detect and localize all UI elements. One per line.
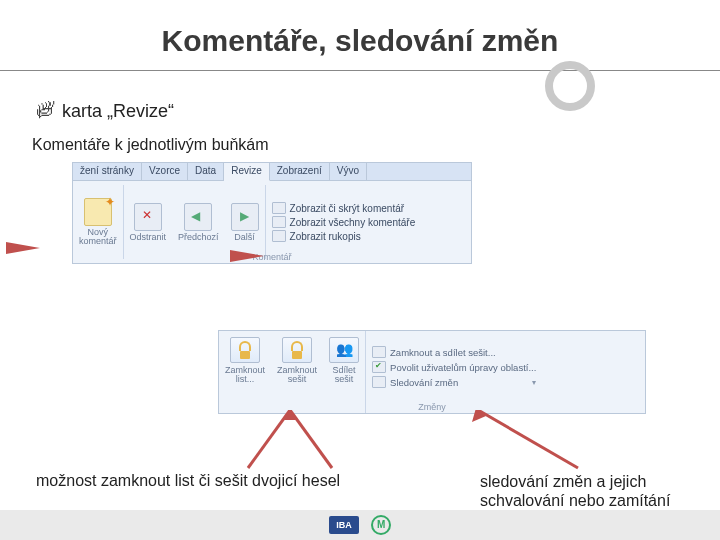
allow-users-icon (372, 361, 386, 373)
tab-page-layout[interactable]: žení stránky (73, 163, 142, 180)
show-hide-comment-button[interactable]: Zobrazit či skrýt komentář (272, 202, 416, 214)
footer: IBA (0, 510, 720, 540)
chevron-down-icon: ▾ (532, 378, 536, 387)
footer-logo-iba: IBA (329, 516, 359, 534)
svg-line-0 (248, 410, 290, 468)
ribbon-comments: žení stránky Vzorce Data Revize Zobrazen… (72, 162, 472, 264)
tab-view[interactable]: Zobrazení (270, 163, 330, 180)
show-all-comments-button[interactable]: Zobrazit všechny komentáře (272, 216, 416, 228)
delete-label: Odstranit (130, 233, 167, 242)
bullet-text: karta „Revize“ (62, 101, 174, 122)
show-ink-button[interactable]: Zobrazit rukopis (272, 230, 416, 242)
lock-share-icon (372, 346, 386, 358)
ribbon-tabs: žení stránky Vzorce Data Revize Zobrazen… (73, 163, 471, 181)
lock-workbook-button[interactable]: Zamknout sešit (271, 331, 323, 413)
track-changes-label: Sledování změn (390, 377, 458, 388)
decor-circle (545, 61, 595, 111)
prev-arrow-icon (184, 203, 212, 231)
bullet-item: ༗ karta „Revize“ (36, 101, 690, 122)
bullet-icon: ༗ (36, 101, 54, 122)
next-label: Další (234, 233, 255, 242)
share-workbook-button[interactable]: Sdílet sešit (323, 331, 365, 413)
track-changes-button[interactable]: Sledování změn ▾ (372, 376, 536, 388)
delete-comment-button[interactable]: Odstranit (124, 181, 173, 263)
caption-lock: možnost zamknout list či sešit dvojicí h… (36, 472, 340, 490)
subheading-comments: Komentáře k jednotlivým buňkám (32, 136, 690, 154)
footer-logo-muni (371, 515, 391, 535)
svg-line-3 (478, 410, 578, 468)
arrow-pointer-2 (230, 250, 264, 262)
tab-review[interactable]: Revize (224, 163, 270, 181)
lock-and-share-button[interactable]: Zamknout a sdílet sešit... (372, 346, 536, 358)
tab-developer[interactable]: Vývo (330, 163, 367, 180)
lock-workbook-icon (282, 337, 312, 363)
next-arrow-icon (231, 203, 259, 231)
show-all-icon (272, 216, 286, 228)
prev-comment-button[interactable]: Předchozí (172, 181, 225, 263)
show-hide-label: Zobrazit či skrýt komentář (290, 203, 404, 214)
new-comment-label: Nový komentář (79, 228, 117, 246)
new-comment-button[interactable]: Nový komentář (73, 181, 123, 263)
lock-sheet-icon (230, 337, 260, 363)
arrow-v-left (240, 410, 340, 480)
page-title: Komentáře, sledování změn (30, 24, 690, 58)
lock-sheet-button[interactable]: Zamknout list... (219, 331, 271, 413)
show-ink-icon (272, 230, 286, 242)
delete-icon (134, 203, 162, 231)
svg-line-1 (290, 410, 332, 468)
tab-formulas[interactable]: Vzorce (142, 163, 188, 180)
show-all-label: Zobrazit všechny komentáře (290, 217, 416, 228)
share-workbook-label: Sdílet sešit (333, 366, 356, 384)
new-comment-icon (84, 198, 112, 226)
group-label-comments: Komentář (73, 252, 471, 262)
show-ink-label: Zobrazit rukopis (290, 231, 361, 242)
show-hide-icon (272, 202, 286, 214)
allow-users-button[interactable]: Povolit uživatelům úpravy oblastí... (372, 361, 536, 373)
divider (0, 70, 720, 71)
allow-users-label: Povolit uživatelům úpravy oblastí... (390, 362, 536, 373)
arrow-diag-right (468, 410, 588, 480)
lock-sheet-label: Zamknout list... (225, 366, 265, 384)
arrow-pointer-1 (6, 242, 40, 254)
share-workbook-icon (329, 337, 359, 363)
prev-label: Předchozí (178, 233, 219, 242)
tab-data[interactable]: Data (188, 163, 224, 180)
lock-share-label: Zamknout a sdílet sešit... (390, 347, 496, 358)
lock-workbook-label: Zamknout sešit (277, 366, 317, 384)
ribbon-changes: Zamknout list... Zamknout sešit Sdílet s… (218, 330, 646, 414)
track-changes-icon (372, 376, 386, 388)
caption-track: sledování změn a jejich schvalování nebo… (480, 472, 700, 510)
